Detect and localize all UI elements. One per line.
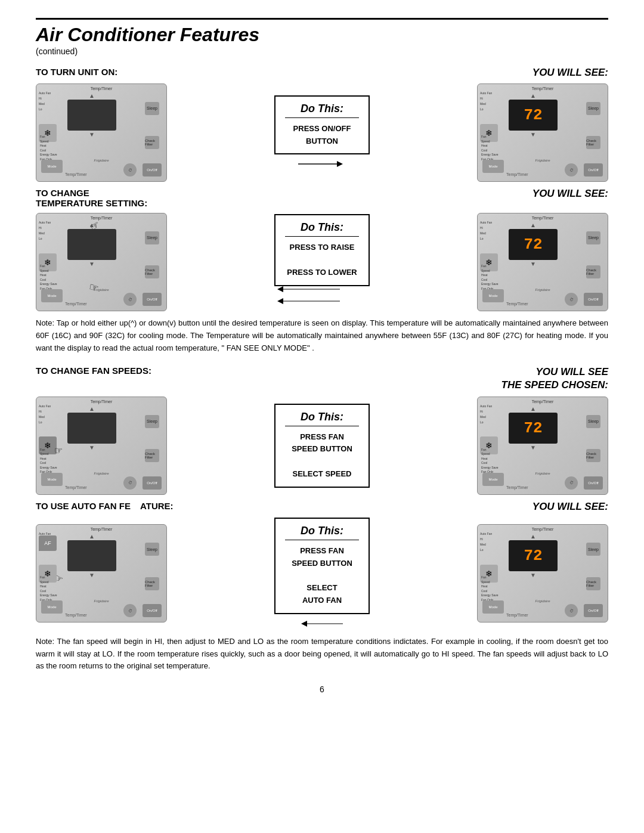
brand-1r: Frigidaire <box>535 159 550 162</box>
fan-panel-left: Temp/Timer Auto Fan Hi Med Lo ❄ ☞ FanSpe… <box>36 397 173 495</box>
do-this-text-2: PRESS TO RAISEPRESS TO LOWER <box>285 241 359 278</box>
right-col-1r: Sleep Check Filter <box>583 91 604 160</box>
check-filter-btn-1[interactable]: Check Filter <box>145 136 159 149</box>
svg-marker-5 <box>277 298 283 304</box>
display-number-3r: 72 <box>509 413 558 444</box>
page-subtitle: (continued) <box>36 47 608 56</box>
mode-labels-2: FanSpeedHeatCoolEnergy SaveFan Only <box>40 264 57 291</box>
ac-panel-4: Temp/Timer Auto Fan Hi Med Lo AF ☞ ❄ <box>36 524 167 623</box>
onoff-btn-1r[interactable]: On/Off <box>584 163 603 176</box>
page-title: Air Conditioner Features <box>36 24 608 45</box>
section-turn-on-header: TO TURN UNIT ON: YOU WILL SEE: <box>36 67 608 79</box>
display-area-1r: ▲ 72 ▼ <box>506 91 560 139</box>
display-number-2r: 72 <box>509 229 558 260</box>
do-this-box-2: Do This: PRESS TO RAISEPRESS TO LOWER <box>274 214 370 286</box>
temp-timer-label-1r: Temp/Timer <box>532 86 554 91</box>
mode-btn-2r[interactable]: Mode <box>482 289 504 302</box>
sleep-btn-2[interactable]: Sleep <box>145 231 159 244</box>
ac-panel-1-right: Temp/Timer Auto Fan Hi Med Lo ❄ FanSpeed… <box>477 83 608 182</box>
do-this-box-4: Do This: PRESS FANSPEED BUTTONSELECTAUTO… <box>274 518 370 614</box>
auto-fan-panel-left: Temp/Timer Auto Fan Hi Med Lo AF ☞ ❄ <box>36 524 173 623</box>
do-this-4-container: Do This: PRESS FANSPEED BUTTONSELECTAUTO… <box>173 518 471 630</box>
auto-fan-row: Temp/Timer Auto Fan Hi Med Lo AF ☞ ❄ <box>36 518 608 630</box>
section-fan-header: TO CHANGE FAN SPEEDS: YOU WILL SEETHE SP… <box>36 366 608 392</box>
fan-speed-label: TO CHANGE FAN SPEEDS: <box>36 366 151 376</box>
brand-1: Frigidaire <box>94 159 109 162</box>
do-this-text-4: PRESS FANSPEED BUTTONSELECTAUTO FAN <box>285 545 359 607</box>
hand-down-icon: ☞ <box>87 280 100 295</box>
blank-screen-1 <box>67 100 116 131</box>
arrow-1 <box>298 158 346 170</box>
ac-panel-1: Temp/Timer Auto Fan Hi Med Lo ❄ Fan <box>36 83 167 182</box>
sleep-btn-1r[interactable]: Sleep <box>586 102 600 115</box>
fan-speed-row: Temp/Timer Auto Fan Hi Med Lo ❄ ☞ FanSpe… <box>36 397 608 495</box>
do-this-title-1: Do This: <box>285 103 359 118</box>
ac-panel-3-right: Temp/Timer Auto Fan Hi Med Lo ❄ FanSpeed… <box>477 397 608 495</box>
top-rule <box>36 18 608 20</box>
hi-label-1: Hi <box>39 97 42 101</box>
up-arrow-1: ▲ <box>89 92 95 99</box>
do-this-3-container: Do This: PRESS FANSPEED BUTTONSELECT SPE… <box>173 404 471 488</box>
do-this-text-3: PRESS FANSPEED BUTTONSELECT SPEED <box>285 431 359 481</box>
turn-on-result: Temp/Timer Auto Fan Hi Med Lo ❄ FanSpeed… <box>471 83 608 182</box>
mode-labels-1: Fan Speed Heat Cool Energy Save Fan Only <box>40 135 57 162</box>
fan-result: Temp/Timer Auto Fan Hi Med Lo ❄ FanSpeed… <box>471 397 608 495</box>
temp-panel-left: Temp/Timer Auto Fan Hi Med Lo ❄ FanSpeed… <box>36 213 173 311</box>
display-area-2: ▲ ▼ <box>65 221 119 268</box>
auto-fan-section-label: TO USE AUTO FAN FE ATURE: <box>36 501 174 511</box>
ac-panel-2: Temp/Timer Auto Fan Hi Med Lo ❄ FanSpeed… <box>36 213 167 311</box>
check-filter-btn-2[interactable]: Check Filter <box>145 265 159 278</box>
do-this-title-3: Do This: <box>285 411 359 426</box>
down-arrow-1: ▼ <box>89 131 95 138</box>
mode-btn-1[interactable]: Mode <box>41 160 63 173</box>
blank-screen-2 <box>67 229 116 260</box>
right-col-1: Sleep Check Filter <box>141 91 163 160</box>
temp-label-bot-1: Temp/Timer <box>65 172 87 176</box>
onoff-btn-2[interactable]: On/Off <box>143 293 162 306</box>
mode-btn-2[interactable]: Mode <box>41 289 63 302</box>
svg-marker-7 <box>301 621 307 627</box>
do-this-title-4: Do This: <box>285 525 359 540</box>
do-this-box-3: Do This: PRESS FANSPEED BUTTONSELECT SPE… <box>274 404 370 488</box>
auto-fan-label-1: Auto Fan <box>39 91 51 95</box>
page: Air Conditioner Features (continued) TO … <box>0 0 644 833</box>
check-filter-btn-1r[interactable]: Check Filter <box>586 136 600 149</box>
onoff-btn-1[interactable]: On/Off <box>143 163 162 176</box>
you-will-see-1: YOU WILL SEE: <box>532 67 608 79</box>
svg-marker-3 <box>277 286 283 292</box>
sleep-btn-1[interactable]: Sleep <box>145 102 159 115</box>
do-this-text-1: PRESS ON/OFFBUTTON <box>285 123 359 148</box>
note-2: Note: The fan speed will begin in HI, th… <box>36 636 608 673</box>
display-number-4r: 72 <box>509 540 558 571</box>
right-col-2: Sleep Check Filter <box>141 221 163 289</box>
mode-btn-3[interactable]: Mode <box>41 473 63 486</box>
brand-2: Frigidaire <box>94 288 109 292</box>
ac-panel-3: Temp/Timer Auto Fan Hi Med Lo ❄ ☞ FanSpe… <box>36 397 167 495</box>
svg-marker-1 <box>337 161 343 167</box>
arrow-4 <box>298 618 346 630</box>
temp-timer-label-1: Temp/Timer <box>91 86 113 91</box>
auto-fan-highlighted: AF <box>39 535 57 551</box>
mode-labels-1r: FanSpeedHeatCoolEnergy SaveFan Only <box>481 135 499 162</box>
turn-on-panel-left: Temp/Timer Auto Fan Hi Med Lo ❄ Fan <box>36 83 173 182</box>
ac-panel-2-right: Temp/Timer Auto Fan Hi Med Lo ❄ FanSpeed… <box>477 213 608 311</box>
display-area-1: ▲ ▼ <box>65 91 119 139</box>
turn-on-row: Temp/Timer Auto Fan Hi Med Lo ❄ Fan <box>36 83 608 182</box>
mode-btn-1r[interactable]: Mode <box>482 160 504 173</box>
do-this-2-container: Do This: PRESS TO RAISEPRESS TO LOWER <box>173 214 471 309</box>
note-1: Note: Tap or hold either up(^) or down(v… <box>36 317 608 354</box>
section-auto-fan-header: TO USE AUTO FAN FE ATURE: YOU WILL SEE: <box>36 501 608 513</box>
you-will-see-4: YOU WILL SEE: <box>532 501 608 513</box>
onoff-btn-2r[interactable]: On/Off <box>584 293 603 306</box>
display-number-1r: 72 <box>509 100 558 131</box>
do-this-1-container: Do This: PRESS ON/OFFBUTTON <box>173 95 471 171</box>
auto-fan-result: Temp/Timer Auto Fan Hi Med Lo ❄ FanSpeed… <box>471 524 608 623</box>
ac-panel-4-right: Temp/Timer Auto Fan Hi Med Lo ❄ FanSpeed… <box>477 524 608 623</box>
temp-result: Temp/Timer Auto Fan Hi Med Lo ❄ FanSpeed… <box>471 213 608 311</box>
temp-label: TO CHANGETEMPERATURE SETTING: <box>36 188 147 208</box>
page-number: 6 <box>36 685 608 694</box>
section-temp-header: TO CHANGETEMPERATURE SETTING: YOU WILL S… <box>36 188 608 208</box>
temp-row: Temp/Timer Auto Fan Hi Med Lo ❄ FanSpeed… <box>36 213 608 311</box>
turn-on-label: TO TURN UNIT ON: <box>36 67 117 77</box>
you-will-see-2: YOU WILL SEE: <box>532 188 608 200</box>
